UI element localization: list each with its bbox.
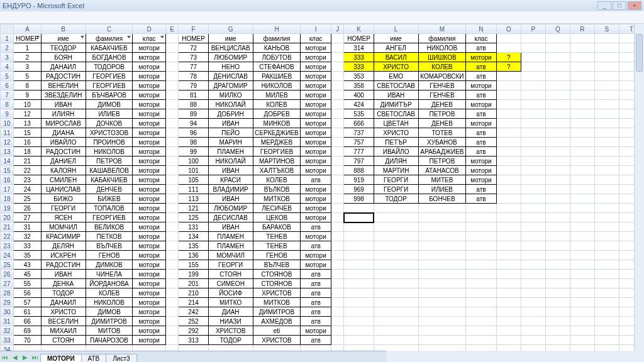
- title-bar: ЕНДУРО - Microsoft Excel _ □ ×: [0, 0, 644, 11]
- close-button[interactable]: ×: [628, 1, 641, 10]
- maximize-button[interactable]: □: [613, 1, 626, 10]
- minimize-button[interactable]: _: [597, 1, 611, 10]
- formula-bar[interactable]: [0, 11, 644, 24]
- app-title: ЕНДУРО - Microsoft Excel: [3, 2, 84, 9]
